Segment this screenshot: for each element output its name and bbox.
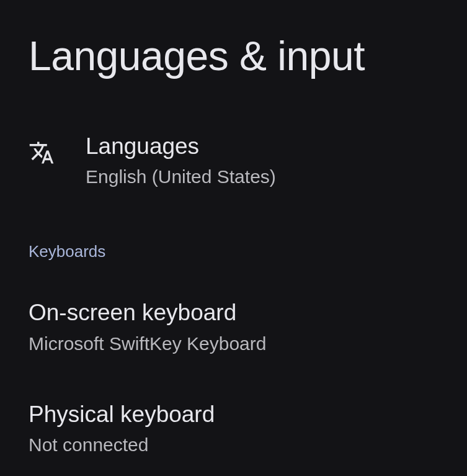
onscreen-keyboard-item[interactable]: On-screen keyboard Microsoft SwiftKey Ke…	[0, 261, 467, 355]
page-title: Languages & input	[0, 0, 467, 79]
physical-keyboard-item[interactable]: Physical keyboard Not connected	[0, 356, 467, 457]
onscreen-keyboard-title: On-screen keyboard	[29, 299, 467, 327]
onscreen-keyboard-subtitle: Microsoft SwiftKey Keyboard	[29, 331, 467, 356]
languages-subtitle: English (United States)	[86, 164, 276, 189]
languages-item[interactable]: Languages English (United States)	[0, 79, 467, 189]
physical-keyboard-subtitle: Not connected	[29, 433, 467, 457]
keyboards-section-header: Keyboards	[0, 189, 467, 261]
translate-icon	[29, 140, 55, 166]
languages-title: Languages	[86, 132, 276, 161]
physical-keyboard-title: Physical keyboard	[29, 400, 467, 429]
languages-text: Languages English (United States)	[86, 132, 276, 189]
